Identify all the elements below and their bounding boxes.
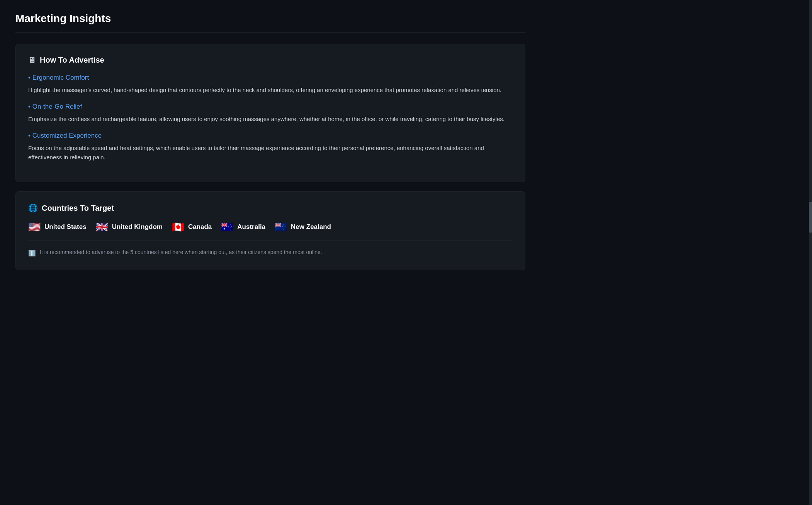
on-the-go-relief-title: On-the-Go Relief [28,103,513,111]
page-wrapper: Marketing Insights 🖥 How To Advertise Er… [0,0,541,505]
ca-name: Canada [188,223,212,231]
uk-name: United Kingdom [112,223,163,231]
card-header-advertise: 🖥 How To Advertise [28,56,513,65]
country-item-au: 🇦🇺 Australia [221,222,265,232]
how-to-advertise-card: 🖥 How To Advertise Ergonomic Comfort Hig… [15,44,525,182]
countries-card-title: Countries To Target [42,204,114,213]
ergonomic-comfort-title: Ergonomic Comfort [28,74,513,82]
nz-flag: 🇳🇿 [275,222,287,232]
page-title: Marketing Insights [15,12,525,33]
ca-flag: 🇨🇦 [172,222,184,232]
us-name: United States [44,223,87,231]
on-the-go-relief-section: On-the-Go Relief Emphasize the cordless … [28,103,513,124]
scrollbar[interactable] [809,0,812,505]
info-icon: ℹ️ [28,248,36,258]
au-flag: 🇦🇺 [221,222,233,232]
customized-experience-title: Customized Experience [28,132,513,140]
country-item-ca: 🇨🇦 Canada [172,222,212,232]
us-flag: 🇺🇸 [28,222,41,232]
countries-to-target-card: 🌐 Countries To Target 🇺🇸 United States 🇬… [15,191,525,270]
uk-flag: 🇬🇧 [96,222,108,232]
scrollbar-thumb[interactable] [809,202,812,233]
ergonomic-comfort-body: Highlight the massager's curved, hand-sh… [28,85,513,95]
ergonomic-comfort-section: Ergonomic Comfort Highlight the massager… [28,74,513,95]
advertise-icon: 🖥 [28,56,36,65]
customized-experience-body: Focus on the adjustable speed and heat s… [28,143,513,163]
advertise-card-title: How To Advertise [40,56,104,65]
country-item-nz: 🇳🇿 New Zealand [275,222,331,232]
info-note: ℹ️ It is recommended to advertise to the… [28,241,513,258]
country-item-us: 🇺🇸 United States [28,222,87,232]
on-the-go-relief-body: Emphasize the cordless and rechargeable … [28,114,513,124]
card-header-countries: 🌐 Countries To Target [28,203,513,213]
countries-grid: 🇺🇸 United States 🇬🇧 United Kingdom 🇨🇦 Ca… [28,222,513,232]
info-note-text: It is recommended to advertise to the 5 … [40,248,322,256]
globe-icon: 🌐 [28,203,38,213]
country-item-uk: 🇬🇧 United Kingdom [96,222,163,232]
customized-experience-section: Customized Experience Focus on the adjus… [28,132,513,163]
au-name: Australia [237,223,265,231]
nz-name: New Zealand [291,223,331,231]
